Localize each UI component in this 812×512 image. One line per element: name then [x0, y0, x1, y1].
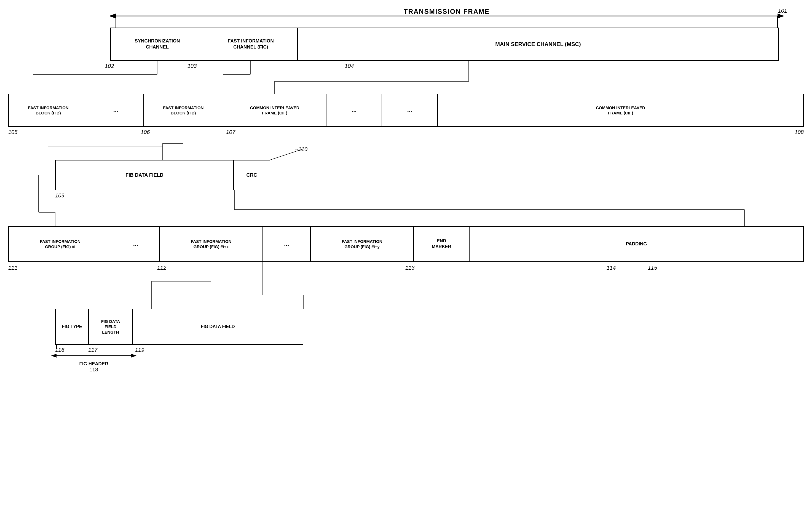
row4-bar: FAST INFORMATION GROUP (FIG) #i ... FAST…: [8, 226, 804, 262]
fib2-label: FAST INFORMATION BLOCK (FIB): [163, 105, 203, 116]
fig-header-label: FIG HEADER: [57, 361, 131, 367]
ref-119: 119: [135, 347, 144, 353]
fic-label: FAST INFORMATION CHANNEL (FIC): [228, 38, 274, 50]
figdata-label: FIG DATA FIELD: [201, 324, 235, 330]
cell-msc: MAIN SERVICE CHANNEL (MSC): [298, 28, 778, 60]
padding-label: PADDING: [626, 241, 647, 247]
msc-label: MAIN SERVICE CHANNEL (MSC): [495, 40, 581, 48]
fibdata-label: FIB DATA FIELD: [125, 172, 164, 178]
ref-106: 106: [141, 129, 150, 135]
cell-figx: FAST INFORMATION GROUP (FIG) #i+x: [160, 227, 263, 261]
cell-fib2: FAST INFORMATION BLOCK (FIB): [144, 94, 223, 126]
cell-fic: FAST INFORMATION CHANNEL (FIC): [204, 28, 298, 60]
cell-figtype: FIG TYPE: [56, 309, 89, 344]
ref-105: 105: [8, 129, 18, 135]
dots1: ...: [113, 107, 118, 114]
cell-figlen: FIG DATA FIELD LENGTH: [89, 309, 133, 344]
cell-padding: PADDING: [469, 227, 803, 261]
cell-endmarker: END MARKER: [414, 227, 469, 261]
ref-104: 104: [345, 63, 354, 69]
fig-header-label-container: FIG HEADER 118: [57, 361, 131, 373]
cell-cif1: COMMON INTERLEAVED FRAME (CIF): [223, 94, 327, 126]
fib1-label: FAST INFORMATION BLOCK (FIB): [28, 105, 68, 116]
cell-fib1: FAST INFORMATION BLOCK (FIB): [9, 94, 88, 126]
ref-108: 108: [794, 129, 804, 135]
figy-label: FAST INFORMATION GROUP (FIG) #i+y: [342, 239, 382, 250]
crc-label: CRC: [246, 172, 257, 178]
cif1-label: COMMON INTERLEAVED FRAME (CIF): [250, 105, 299, 116]
ref-109: 109: [55, 193, 64, 199]
cell-figy: FAST INFORMATION GROUP (FIG) #i+y: [311, 227, 414, 261]
cell-cif2: COMMON INTERLEAVED FRAME (CIF): [438, 94, 803, 126]
ref-117: 117: [88, 347, 97, 353]
figlen-label: FIG DATA FIELD LENGTH: [101, 319, 120, 335]
ref-115: 115: [648, 265, 657, 271]
cell-sync-channel: SYNCHRONIZATION CHANNEL: [111, 28, 204, 60]
ref-103: 103: [187, 63, 197, 69]
row2-bar: FAST INFORMATION BLOCK (FIB) ... FAST IN…: [8, 94, 804, 127]
cell-dots3: ...: [382, 94, 438, 126]
figx-label: FAST INFORMATION GROUP (FIG) #i+x: [191, 239, 231, 250]
rdots2: ...: [284, 240, 289, 248]
cell-rdots2: ...: [263, 227, 311, 261]
transmission-frame-label: TRANSMISSION FRAME: [116, 8, 778, 16]
ref-110: ~110: [295, 146, 308, 152]
cell-fibdata: FIB DATA FIELD: [56, 161, 234, 190]
ref-107: 107: [226, 129, 235, 135]
ref-102: 102: [105, 63, 114, 69]
ref-101: 101: [778, 8, 787, 14]
diagram: TRANSMISSION FRAME 101 SYNCHRONIZATION C…: [0, 0, 812, 512]
fig-header-ref: 118: [57, 367, 131, 373]
cell-rdots1: ...: [112, 227, 160, 261]
cell-dots1: ...: [88, 94, 144, 126]
row1-bar: SYNCHRONIZATION CHANNEL FAST INFORMATION…: [110, 28, 779, 61]
dots2: ...: [352, 107, 356, 114]
ref-116: 116: [55, 347, 64, 353]
cell-figi: FAST INFORMATION GROUP (FIG) #i: [9, 227, 112, 261]
sync-channel-label: SYNCHRONIZATION CHANNEL: [135, 38, 180, 50]
ref-114: 114: [607, 265, 616, 271]
cif2-label: COMMON INTERLEAVED FRAME (CIF): [596, 105, 645, 116]
cell-crc: CRC: [234, 161, 270, 190]
ref-111: 111: [8, 265, 18, 271]
figtype-label: FIG TYPE: [62, 324, 82, 330]
transmission-frame-text: TRANSMISSION FRAME: [404, 8, 490, 15]
row3-bar: FIB DATA FIELD CRC: [55, 160, 270, 190]
ref-113: 113: [405, 265, 414, 271]
cell-dots2: ...: [326, 94, 382, 126]
figi-label: FAST INFORMATION GROUP (FIG) #i: [40, 239, 81, 250]
ref-112: 112: [157, 265, 166, 271]
rdots1: ...: [133, 240, 138, 248]
row5-bar: FIG TYPE FIG DATA FIELD LENGTH FIG DATA …: [55, 309, 303, 345]
cell-figdata: FIG DATA FIELD: [133, 309, 303, 344]
dots3: ...: [407, 107, 412, 114]
endmarker-label: END MARKER: [432, 238, 451, 250]
